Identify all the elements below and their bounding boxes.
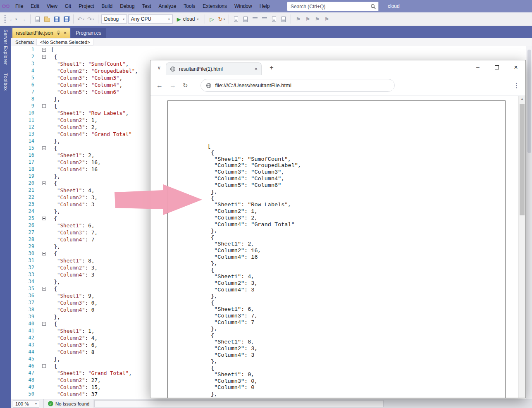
collapse-toggle-icon[interactable] [37,250,51,257]
menu-debug[interactable]: Debug [116,0,138,12]
outdent-button[interactable] [279,14,288,24]
code-text[interactable]: "Column4": 37 [51,391,98,398]
menu-file[interactable]: File [12,0,27,12]
tab-program-cs[interactable]: Program.cs [71,28,106,38]
code-text[interactable]: { [51,180,57,187]
menu-analyze[interactable]: Analyze [155,0,180,12]
code-text[interactable]: "Column2": 16, [51,159,100,166]
show-all-files-button[interactable] [241,14,250,24]
scrollbar-thumb[interactable] [527,50,531,153]
collapse-toggle-icon[interactable] [37,180,51,187]
editor-line[interactable]: 2 { [11,53,526,60]
code-text[interactable]: }, [51,138,60,145]
code-text[interactable]: "Column4": 3 [51,271,94,278]
undo-button[interactable]: ↶ ▾ [76,14,85,24]
editor-line[interactable]: 1[ [11,46,526,53]
code-text[interactable]: }, [51,356,60,363]
tool-window-tab-server-explorer[interactable]: Server Explorer [3,29,8,65]
code-text[interactable]: { [51,215,57,222]
menu-extensions[interactable]: Extensions [199,0,231,12]
collapse-toggle-icon[interactable] [37,363,51,370]
clear-bookmarks-button[interactable]: ⚑ [322,14,331,24]
code-text[interactable]: { [51,285,57,292]
scrollbar-thumb[interactable] [520,104,525,215]
menu-git[interactable]: Git [61,0,75,12]
hot-reload-button[interactable]: ↻ ▾ [217,14,226,24]
navigate-forward-button[interactable]: → [19,14,27,24]
solution-platform-selector[interactable]: Any CPU ▾ [128,14,173,24]
tab-resultantfile-json[interactable]: resultantFile.json × [12,28,70,38]
zoom-selector[interactable]: 100 % ▾ [13,400,39,408]
save-button[interactable] [52,14,61,24]
pin-icon[interactable] [56,31,61,35]
previous-bookmark-button[interactable]: ⚑ [303,14,312,24]
code-text[interactable]: "Column2": 27, [51,377,100,384]
code-text[interactable]: "Sheet1": 6, [51,222,94,229]
code-text[interactable]: "Column3": 0, [51,299,98,306]
menu-edit[interactable]: Edit [27,0,43,12]
code-text[interactable]: "Column3": 15, [51,384,100,391]
menu-test[interactable]: Test [138,0,155,12]
indent-button[interactable] [270,14,278,24]
save-all-button[interactable] [62,14,70,24]
code-text[interactable]: "Column4": 16 [51,166,98,173]
code-text[interactable]: "Column2": 4, [51,334,98,341]
menu-tools[interactable]: Tools [180,0,199,12]
scrollbar-thumb[interactable] [94,400,384,407]
menu-help[interactable]: Help [256,0,274,12]
code-text[interactable]: "Sheet1": "Row Labels", [51,110,129,117]
code-text[interactable]: "Sheet1": 2, [51,152,94,159]
code-text[interactable]: "Column4": "Column4", [51,81,122,88]
code-text[interactable]: "Column4": 7 [51,236,94,243]
code-text[interactable]: { [51,145,57,152]
account-name[interactable]: cloud [388,0,400,12]
collapse-toggle-icon[interactable] [37,145,51,152]
code-text[interactable]: }, [51,243,60,250]
start-without-debugging-button[interactable]: ▷ [208,14,216,24]
code-text[interactable]: "Column4": 0 [51,306,94,313]
code-text[interactable]: "Column4": 8 [51,348,94,356]
code-text[interactable]: "Column2": 3, [51,264,98,271]
comment-lines-button[interactable] [251,14,259,24]
tool-window-tab-toolbox[interactable]: Toolbox [3,73,8,91]
code-text[interactable]: { [51,53,57,60]
start-debugging-button[interactable]: ▶ cloud ▾ [174,14,202,24]
code-text[interactable]: "Sheet1": "SumofCount", [51,60,129,67]
menu-project[interactable]: Project [75,0,98,12]
redo-button[interactable]: ↷ ▾ [86,14,95,24]
browser-vertical-scrollbar[interactable]: ▲ [518,96,525,398]
tab-search-button[interactable]: ∨ [155,63,164,72]
browser-back-button[interactable]: ← [156,82,163,89]
collapse-toggle-icon[interactable] [37,320,51,327]
code-text[interactable]: }, [51,173,60,180]
collapse-toggle-icon[interactable] [37,215,51,222]
collapse-toggle-icon[interactable] [37,53,51,60]
browser-refresh-button[interactable]: ↻ [183,82,188,89]
schema-selector[interactable]: <No Schema Selected> [36,39,93,45]
code-text[interactable]: "Sheet1": 4, [51,187,94,194]
maximize-button[interactable] [487,60,506,74]
minimize-button[interactable]: ─ [468,60,487,74]
menu-window[interactable]: Window [231,0,256,12]
code-text[interactable]: "Column3": "Column3", [51,74,122,81]
code-text[interactable]: "Column3": 7, [51,229,98,236]
editor-vertical-scrollbar[interactable] [526,46,532,399]
toggle-bookmark-button[interactable]: ⚑ [294,14,302,24]
code-text[interactable]: "Sheet1": 9, [51,292,94,299]
menu-view[interactable]: View [43,0,61,12]
collapse-toggle-icon[interactable] [37,46,51,53]
code-text[interactable]: "Sheet1": 1, [51,327,94,334]
code-text[interactable]: "Column3": 2, [51,124,98,131]
code-text[interactable]: "Sheet1": 8, [51,257,94,264]
close-tab-icon[interactable]: × [254,66,258,72]
document-health-indicator[interactable]: ✓ No issues found [48,401,89,406]
code-text[interactable]: { [51,320,57,327]
code-text[interactable]: "Column4": "Grand Total" [51,131,132,138]
code-text[interactable]: "Sheet1": "Grand Total", [51,370,132,377]
new-tab-button[interactable]: + [267,63,276,72]
close-tab-icon[interactable]: × [64,30,67,36]
code-text[interactable]: "Column2": 1, [51,117,98,124]
code-text[interactable]: }, [51,278,60,285]
code-text[interactable]: "Column3": 6, [51,341,98,348]
toolbar-grip[interactable] [4,15,6,23]
